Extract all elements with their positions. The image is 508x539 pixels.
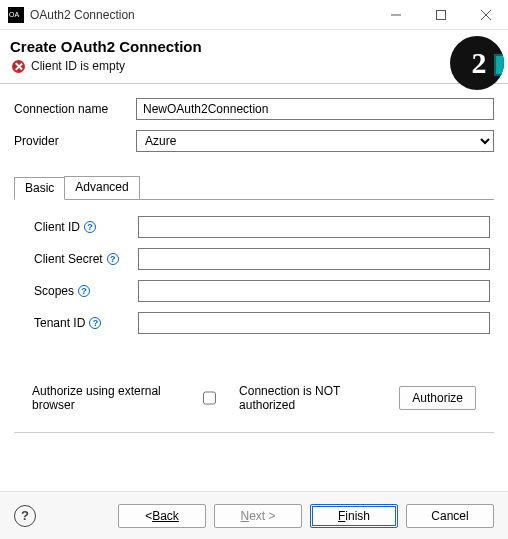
error-icon	[12, 60, 25, 73]
client-secret-label: Client Secret ?	[34, 252, 138, 266]
scopes-row: Scopes ?	[34, 280, 490, 302]
tenant-id-input[interactable]	[138, 312, 490, 334]
client-id-label: Client ID ?	[34, 220, 138, 234]
authorize-row: Authorize using external browser Connect…	[14, 384, 494, 412]
tab-advanced[interactable]: Advanced	[64, 176, 139, 199]
client-secret-row: Client Secret ?	[34, 248, 490, 270]
authorize-external-checkbox[interactable]	[203, 391, 216, 405]
help-icon[interactable]: ?	[84, 221, 96, 233]
connection-name-input[interactable]	[136, 98, 494, 120]
oauth2-badge-icon: 2	[450, 36, 504, 90]
scopes-input[interactable]	[138, 280, 490, 302]
finish-button[interactable]: Finish	[310, 504, 398, 528]
close-button[interactable]	[463, 0, 508, 30]
tenant-id-link[interactable]: Tenant ID	[34, 316, 85, 330]
tenant-id-label: Tenant ID ?	[34, 316, 138, 330]
connection-status: Connection is NOT authorized	[239, 384, 383, 412]
help-icon[interactable]: ?	[107, 253, 119, 265]
form-area: Connection name Provider Azure Basic Adv…	[0, 84, 508, 433]
provider-select[interactable]: Azure	[136, 130, 494, 152]
connection-name-row: Connection name	[14, 98, 494, 120]
connection-name-label: Connection name	[14, 102, 136, 116]
scopes-label: Scopes ?	[34, 284, 138, 298]
title-bar: OAuth2 Connection	[0, 0, 508, 30]
tab-strip: Basic Advanced	[14, 176, 494, 200]
client-id-row: Client ID ?	[34, 216, 490, 238]
client-secret-input[interactable]	[138, 248, 490, 270]
minimize-button[interactable]	[373, 0, 418, 30]
page-title: Create OAuth2 Connection	[10, 38, 498, 55]
next-button[interactable]: Next >	[214, 504, 302, 528]
help-button[interactable]: ?	[14, 505, 36, 527]
error-text: Client ID is empty	[31, 59, 125, 73]
provider-label: Provider	[14, 134, 136, 148]
banner: Create OAuth2 Connection Client ID is em…	[0, 30, 508, 84]
tenant-id-row: Tenant ID ?	[34, 312, 490, 334]
scopes-link[interactable]: Scopes	[34, 284, 74, 298]
error-row: Client ID is empty	[12, 59, 498, 73]
window-title: OAuth2 Connection	[30, 8, 135, 22]
help-icon[interactable]: ?	[89, 317, 101, 329]
help-icon[interactable]: ?	[78, 285, 90, 297]
authorize-button[interactable]: Authorize	[399, 386, 476, 410]
back-button[interactable]: < Back	[118, 504, 206, 528]
maximize-button[interactable]	[418, 0, 463, 30]
authorize-checkbox-label: Authorize using external browser	[32, 384, 189, 412]
tab-basic[interactable]: Basic	[14, 177, 65, 200]
tab-body-basic: Client ID ? Client Secret ? Scopes ? Ten…	[14, 200, 494, 348]
svg-rect-1	[436, 10, 445, 19]
app-icon	[8, 7, 24, 23]
client-id-input[interactable]	[138, 216, 490, 238]
cancel-button[interactable]: Cancel	[406, 504, 494, 528]
separator	[14, 432, 494, 433]
footer: ? < Back Next > Finish Cancel	[0, 491, 508, 539]
provider-row: Provider Azure	[14, 130, 494, 152]
